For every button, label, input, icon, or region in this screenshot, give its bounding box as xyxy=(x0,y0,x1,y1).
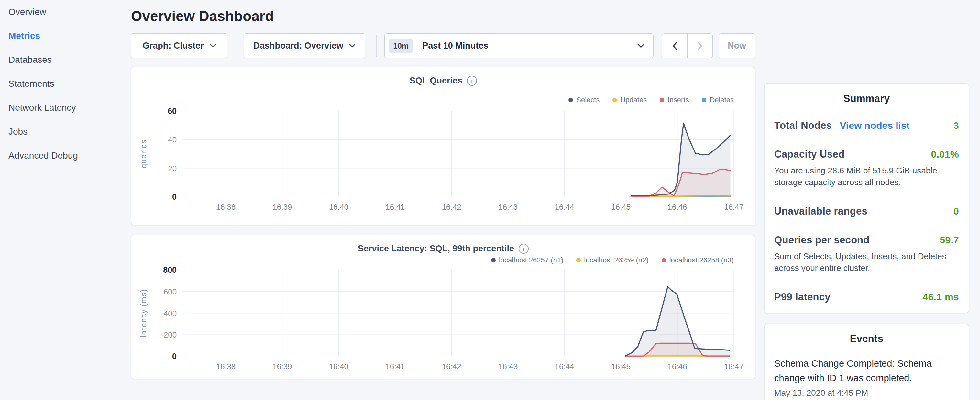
controls-row: Graph: Cluster Dashboard: Overview 10m P… xyxy=(131,33,756,58)
chevron-down-icon xyxy=(637,43,645,48)
sidebar: Overview Metrics Databases Statements Ne… xyxy=(0,0,127,167)
events-card: Events Schema Change Completed: Schema c… xyxy=(764,324,969,400)
dashboard-dropdown[interactable]: Dashboard: Overview xyxy=(243,33,365,58)
summary-row-value: 46.1 ms xyxy=(923,292,959,303)
svg-text:16:39: 16:39 xyxy=(272,362,292,371)
summary-row-unavailable-ranges: Unavailable ranges 0 xyxy=(774,197,959,226)
summary-card: Summary Total Nodes View nodes list 3 Ca… xyxy=(764,83,969,313)
sidebar-item-advanced-debug[interactable]: Advanced Debug xyxy=(8,144,127,167)
svg-text:16:47: 16:47 xyxy=(724,202,743,211)
svg-text:16:45: 16:45 xyxy=(611,202,631,211)
right-panel: Summary Total Nodes View nodes list 3 Ca… xyxy=(764,83,969,400)
svg-text:16:40: 16:40 xyxy=(329,362,348,371)
summary-title: Summary xyxy=(774,93,959,105)
graph-scope-dropdown[interactable]: Graph: Cluster xyxy=(131,33,228,58)
service-latency-chart-card: Service Latency: SQL, 99th percentile i … xyxy=(131,235,756,379)
summary-row-label: Total Nodes xyxy=(774,120,832,131)
svg-text:16:40: 16:40 xyxy=(329,202,348,211)
svg-text:16:41: 16:41 xyxy=(385,202,405,211)
svg-text:latency (ms): latency (ms) xyxy=(140,288,148,337)
summary-row-label: Queries per second xyxy=(774,234,870,246)
svg-text:16:42: 16:42 xyxy=(442,362,461,371)
graph-scope-label: Graph: Cluster xyxy=(143,41,204,51)
svg-text:16:43: 16:43 xyxy=(498,202,518,211)
time-range-label: Past 10 Minutes xyxy=(422,41,488,51)
main-content: Overview Dashboard Graph: Cluster Dashbo… xyxy=(131,0,756,379)
view-nodes-link[interactable]: View nodes list xyxy=(840,120,910,131)
time-pager xyxy=(662,33,713,58)
svg-text:20: 20 xyxy=(168,164,177,173)
sidebar-item-jobs[interactable]: Jobs xyxy=(8,120,127,144)
svg-text:200: 200 xyxy=(164,330,177,339)
summary-row-total-nodes: Total Nodes View nodes list 3 xyxy=(774,112,959,140)
summary-row-p99-latency: P99 latency 46.1 ms xyxy=(774,283,959,312)
svg-text:16:38: 16:38 xyxy=(216,202,235,211)
time-next-button[interactable] xyxy=(687,33,713,58)
event-message: Schema Change Completed: Schema change w… xyxy=(774,356,938,386)
divider xyxy=(376,35,377,57)
sql-queries-plot[interactable]: 16:3816:3916:4016:4116:4216:4316:4416:45… xyxy=(131,67,756,226)
chevron-down-icon xyxy=(210,44,216,48)
event-item[interactable]: Schema Change Completed: Schema change w… xyxy=(774,356,959,398)
svg-text:800: 800 xyxy=(163,265,177,274)
sidebar-item-network-latency[interactable]: Network Latency xyxy=(8,96,127,120)
page-title: Overview Dashboard xyxy=(131,8,756,24)
summary-row-label: Capacity Used xyxy=(774,148,845,160)
svg-text:16:44: 16:44 xyxy=(555,202,574,211)
summary-row-description: You are using 28.6 MiB of 515.9 GiB usab… xyxy=(774,165,959,188)
summary-row-value: 0.01% xyxy=(931,149,959,160)
svg-text:600: 600 xyxy=(164,287,177,296)
service-latency-plot[interactable]: 16:3816:3916:4016:4116:4216:4316:4416:45… xyxy=(131,235,756,379)
svg-text:16:46: 16:46 xyxy=(667,202,687,211)
summary-row-value: 3 xyxy=(953,120,959,131)
time-prev-button[interactable] xyxy=(662,33,687,58)
svg-text:16:47: 16:47 xyxy=(724,362,743,371)
events-title: Events xyxy=(774,333,959,345)
chevron-down-icon xyxy=(349,44,356,48)
summary-row-capacity-used: Capacity Used 0.01% You are using 28.6 M… xyxy=(774,140,959,197)
summary-row-description: Sum of Selects, Updates, Inserts, and De… xyxy=(774,250,959,274)
svg-text:400: 400 xyxy=(164,309,177,318)
summary-row-label: Unavailable ranges xyxy=(774,206,867,217)
svg-text:0: 0 xyxy=(172,192,177,201)
svg-text:40: 40 xyxy=(168,135,177,144)
summary-row-queries-per-second: Queries per second 59.7 Sum of Selects, … xyxy=(774,226,959,283)
svg-text:16:38: 16:38 xyxy=(216,362,235,371)
svg-text:16:45: 16:45 xyxy=(611,362,631,371)
svg-text:16:42: 16:42 xyxy=(442,202,461,211)
sidebar-item-overview[interactable]: Overview xyxy=(8,0,127,24)
sql-queries-chart-card: SQL Queries i SelectsUpdatesInsertsDelet… xyxy=(131,67,756,225)
sidebar-item-databases[interactable]: Databases xyxy=(8,48,127,72)
now-button[interactable]: Now xyxy=(719,33,756,58)
sidebar-item-metrics[interactable]: Metrics xyxy=(8,24,127,48)
svg-text:queries: queries xyxy=(140,139,148,168)
svg-text:16:44: 16:44 xyxy=(555,362,574,371)
event-timestamp: May 13, 2020 at 4:45 PM xyxy=(774,388,959,398)
time-range-select[interactable]: 10m Past 10 Minutes xyxy=(384,33,654,58)
svg-text:16:39: 16:39 xyxy=(272,202,292,211)
summary-row-value: 0 xyxy=(953,206,959,217)
sidebar-item-statements[interactable]: Statements xyxy=(8,72,127,96)
svg-text:16:46: 16:46 xyxy=(667,362,687,371)
dashboard-label: Dashboard: Overview xyxy=(254,41,344,51)
time-range-badge: 10m xyxy=(389,38,412,53)
svg-text:0: 0 xyxy=(172,352,177,361)
svg-text:16:43: 16:43 xyxy=(498,362,518,371)
summary-body: Total Nodes View nodes list 3 Capacity U… xyxy=(774,112,959,312)
summary-row-label: P99 latency xyxy=(774,291,830,303)
svg-text:16:41: 16:41 xyxy=(385,362,405,371)
svg-text:60: 60 xyxy=(168,107,177,116)
summary-row-value: 59.7 xyxy=(940,234,959,245)
